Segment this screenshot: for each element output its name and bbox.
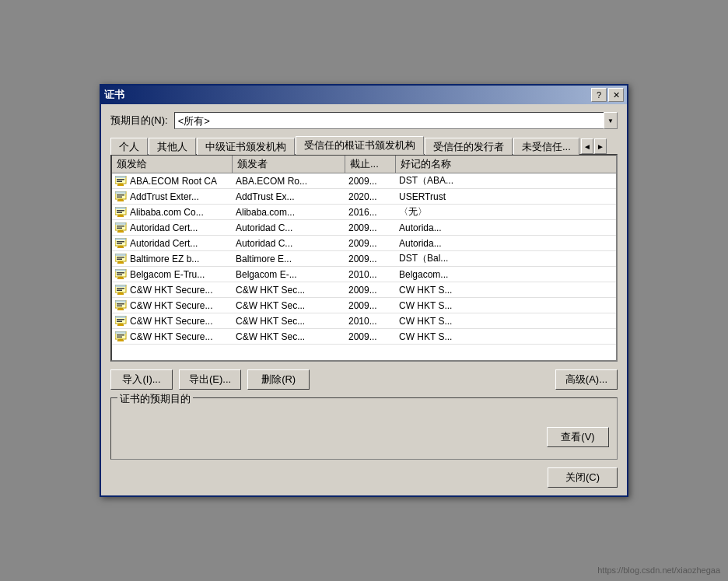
svg-rect-47	[117, 319, 124, 320]
action-buttons: 导入(I)... 导出(E)... 删除(R) 高级(A)...	[110, 369, 618, 390]
cell-issued-to: C&W HKT Secure...	[112, 315, 233, 327]
cell-friendly: Autorida...	[396, 222, 497, 234]
close-button[interactable]: 关闭(C)	[548, 467, 618, 488]
svg-rect-8	[117, 197, 122, 198]
svg-rect-1	[115, 176, 126, 178]
purpose-dropdown-container: <所有> ▼	[174, 112, 618, 129]
tab-intermediate[interactable]: 中级证书颁发机构	[197, 138, 295, 155]
svg-rect-27	[117, 257, 124, 258]
table-row[interactable]: Baltimore EZ b... Baltimore E... 2009...…	[112, 251, 616, 267]
tab-untrusted[interactable]: 未受信任...	[513, 138, 579, 155]
table-row[interactable]: Autoridad Cert... Autoridad C... 2009...…	[112, 220, 616, 236]
col-issued-by[interactable]: 颁发者	[233, 156, 345, 173]
cell-expires: 2020...	[345, 191, 396, 203]
cell-expires: 2009...	[345, 299, 396, 312]
svg-rect-7	[117, 194, 124, 196]
cell-expires: 2010...	[345, 315, 396, 327]
svg-rect-12	[117, 210, 124, 212]
tabs-container: 个人 其他人 中级证书颁发机构 受信任的根证书颁发机构 受信任的发行者 未受信任…	[110, 135, 618, 154]
table-row[interactable]: C&W HKT Secure... C&W HKT Sec... 2009...…	[112, 329, 616, 345]
table-header: 颁发给 颁发者 截止... 好记的名称	[112, 156, 616, 173]
svg-rect-43	[117, 306, 122, 307]
svg-point-4	[117, 184, 124, 186]
table-row[interactable]: Alibaba.com Co... Alibaba.com... 2016...…	[112, 205, 616, 220]
svg-point-9	[117, 199, 124, 201]
cert-icon	[115, 269, 128, 280]
col-expires[interactable]: 截止...	[345, 156, 396, 173]
groupbox-label: 证书的预期目的	[117, 392, 193, 406]
cell-issued-to: Autoridad Cert...	[112, 222, 233, 234]
cell-expires: 2009...	[345, 237, 396, 250]
svg-point-19	[117, 230, 124, 233]
svg-point-34	[117, 277, 124, 279]
tab-nav-right[interactable]: ►	[594, 138, 607, 154]
tab-trusted-publisher[interactable]: 受信任的发行者	[425, 138, 513, 155]
svg-rect-17	[117, 226, 124, 227]
col-friendly[interactable]: 好记的名称	[396, 156, 497, 173]
cell-issued-to: Autoridad Cert...	[112, 237, 233, 250]
cell-issued-by: Alibaba.com...	[233, 206, 345, 219]
cell-issued-by: C&W HKT Sec...	[233, 331, 345, 343]
import-button[interactable]: 导入(I)...	[110, 369, 173, 390]
title-bar: 证书 ? ✕	[101, 86, 627, 104]
table-row[interactable]: C&W HKT Secure... C&W HKT Sec... 2009...…	[112, 282, 616, 298]
tab-personal[interactable]: 个人	[110, 138, 148, 155]
svg-rect-13	[117, 212, 122, 214]
certificate-list[interactable]: ABA.ECOM Root CA ABA.ECOM Ro... 2009... …	[112, 173, 616, 360]
svg-rect-31	[115, 269, 126, 271]
cell-friendly: CW HKT S...	[396, 315, 497, 327]
cell-expires: 2009...	[345, 175, 396, 187]
svg-rect-23	[117, 243, 122, 245]
cell-issued-by: C&W HKT Sec...	[233, 315, 345, 327]
cell-issued-by: Autoridad C...	[233, 222, 345, 234]
svg-rect-18	[117, 228, 122, 229]
purpose-row: 预期目的(N): <所有> ▼	[110, 112, 618, 129]
cell-friendly: Autorida...	[396, 237, 497, 250]
svg-rect-32	[117, 272, 124, 274]
col-issued-to[interactable]: 颁发给	[112, 156, 233, 173]
cell-friendly: Belgacom...	[396, 268, 497, 281]
purpose-label: 预期目的(N):	[110, 114, 168, 128]
export-button[interactable]: 导出(E)...	[179, 369, 241, 390]
cell-expires: 2009...	[345, 284, 396, 296]
svg-rect-6	[115, 191, 126, 194]
svg-point-44	[117, 308, 124, 310]
close-x-button[interactable]: ✕	[608, 88, 624, 102]
cert-icon	[115, 331, 128, 342]
cert-icon	[115, 254, 128, 264]
svg-rect-53	[117, 337, 122, 338]
svg-rect-37	[117, 288, 124, 289]
table-row[interactable]: C&W HKT Secure... C&W HKT Sec... 2009...…	[112, 298, 616, 313]
view-button[interactable]: 查看(V)	[547, 427, 609, 447]
help-button[interactable]: ?	[591, 88, 607, 102]
table-row[interactable]: ABA.ECOM Root CA ABA.ECOM Ro... 2009... …	[112, 173, 616, 189]
svg-rect-46	[115, 316, 126, 318]
cell-issued-to: ABA.ECOM Root CA	[112, 175, 233, 187]
cell-issued-to: Belgacom E-Tru...	[112, 268, 233, 281]
svg-rect-36	[115, 285, 126, 287]
svg-rect-2	[117, 179, 124, 180]
svg-point-54	[117, 339, 124, 341]
tab-trusted-root[interactable]: 受信任的根证书颁发机构	[296, 136, 424, 155]
svg-rect-52	[117, 334, 124, 336]
purpose-dropdown[interactable]: <所有>	[174, 112, 618, 129]
watermark: https://blog.csdn.net/xiaozhegaa	[597, 565, 720, 575]
table-row[interactable]: AddTrust Exter... AddTrust Ex... 2020...…	[112, 189, 616, 205]
dialog-body: 预期目的(N): <所有> ▼ 个人 其他人 中级证书颁发机构 受信任的根证书颁…	[101, 104, 627, 495]
tab-others[interactable]: 其他人	[149, 138, 196, 155]
close-row: 关闭(C)	[110, 467, 618, 488]
table-row[interactable]: Autoridad Cert... Autoridad C... 2009...…	[112, 236, 616, 251]
remove-button[interactable]: 删除(R)	[247, 369, 310, 390]
advanced-button[interactable]: 高级(A)...	[555, 369, 618, 390]
svg-rect-28	[117, 259, 122, 261]
dialog-title: 证书	[104, 88, 124, 102]
svg-rect-22	[117, 241, 124, 243]
cert-icon	[115, 222, 128, 233]
svg-rect-33	[117, 275, 122, 276]
table-row[interactable]: C&W HKT Secure... C&W HKT Sec... 2010...…	[112, 313, 616, 329]
cell-expires: 2009...	[345, 253, 396, 265]
tab-nav-left[interactable]: ◄	[581, 138, 593, 154]
table-row[interactable]: Belgacom E-Tru... Belgacom E-... 2010...…	[112, 267, 616, 282]
cell-issued-by: AddTrust Ex...	[233, 191, 345, 203]
cell-issued-by: ABA.ECOM Ro...	[233, 175, 345, 187]
